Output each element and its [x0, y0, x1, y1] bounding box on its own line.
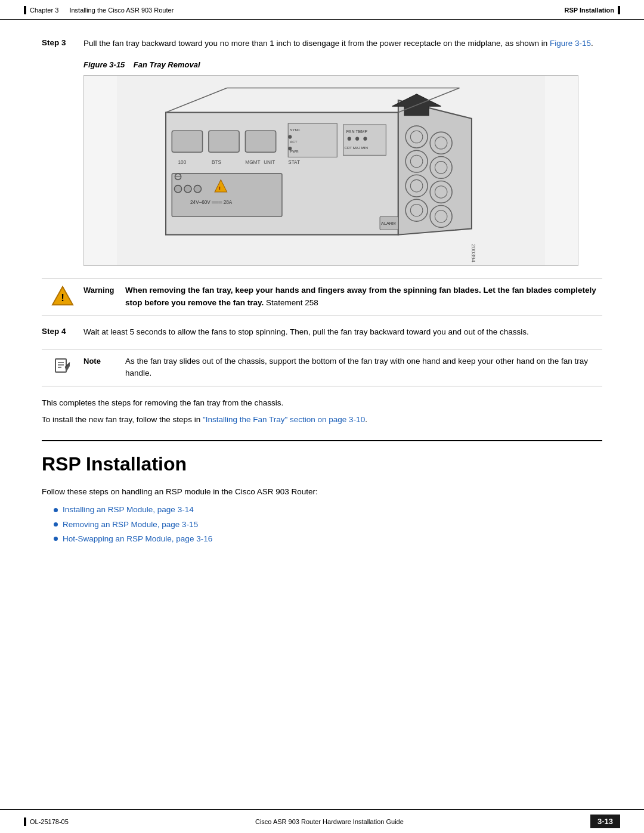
list-item: Hot-Swapping an RSP Module, page 3-16 [54, 532, 602, 546]
svg-rect-40 [172, 174, 282, 216]
footer-center: Cisco ASR 903 Router Hardware Installati… [255, 818, 404, 825]
warning-label: Warning [83, 284, 125, 295]
svg-text:200394: 200394 [470, 244, 476, 262]
note-pencil-icon [53, 355, 72, 374]
warning-plain-text: Statement 258 [264, 298, 318, 307]
bullet-dot-1 [54, 508, 58, 512]
svg-text:MGMT: MGMT [245, 160, 260, 165]
section-divider [42, 440, 602, 441]
step3-block: Step 3 Pull the fan tray backward toward… [42, 38, 602, 49]
svg-text:ACT: ACT [290, 140, 298, 144]
header-right-bar [618, 6, 620, 14]
figure-caption-title: Fan Tray Removal [134, 60, 200, 69]
svg-rect-57 [55, 359, 66, 372]
rsp-intro: Follow these steps on handling an RSP mo… [42, 486, 602, 498]
svg-point-45 [184, 185, 191, 193]
page-header: Chapter 3 Installing the Cisco ASR 903 R… [0, 0, 644, 20]
step3-text-before: Pull the fan tray backward toward you no… [83, 39, 550, 48]
figure-3-15-link[interactable]: Figure 3-15 [550, 39, 591, 48]
svg-text:100: 100 [178, 160, 187, 165]
warning-bold-text: When removing the fan tray, keep your ha… [125, 286, 596, 306]
svg-text:UNIT: UNIT [264, 160, 275, 165]
warning-triangle-icon: ! [51, 284, 74, 307]
step4-text: Wait at least 5 seconds to allow the fan… [83, 326, 602, 338]
svg-point-26 [355, 137, 359, 141]
note-text: As the fan tray slides out of the chassi… [125, 355, 602, 380]
footer-guide-title: Cisco ASR 903 Router Hardware Installati… [255, 818, 404, 825]
header-left: Chapter 3 Installing the Cisco ASR 903 R… [24, 6, 174, 14]
step3-text: Pull the fan tray backward toward you no… [83, 38, 602, 49]
figure-caption: Figure 3-15 Fan Tray Removal [83, 60, 602, 69]
note-icon-col [42, 355, 83, 374]
install-link-para: To install the new fan tray, follow the … [42, 414, 602, 426]
fan-tray-diagram: FAN TEMP CRT MAJ MIN SYNC ACT PWR 100 BT… [84, 76, 578, 265]
header-separator [62, 7, 66, 14]
warning-icon-col: ! [42, 284, 83, 307]
para2-suffix: . [365, 415, 367, 424]
step3-label: Step 3 [42, 38, 83, 49]
footer-page-number: 3-13 [590, 815, 620, 828]
step3-text-after: . [591, 39, 593, 48]
main-content: Step 3 Pull the fan tray backward toward… [0, 20, 644, 564]
figure-image-area: FAN TEMP CRT MAJ MIN SYNC ACT PWR 100 BT… [83, 75, 578, 266]
svg-text:BTS: BTS [212, 160, 221, 165]
step4-block: Step 4 Wait at least 5 seconds to allow … [42, 326, 602, 338]
chapter-label: Chapter 3 [30, 7, 58, 14]
bullet-dot-3 [54, 537, 58, 541]
rsp-installation-heading: RSP Installation [42, 453, 602, 475]
figure-caption-prefix: Figure 3-15 [83, 60, 125, 69]
svg-text:STAT: STAT [288, 160, 300, 165]
footer-left-bar [24, 817, 26, 826]
chapter-title: Installing the Cisco ASR 903 Router [69, 7, 174, 14]
note-block: Note As the fan tray slides out of the c… [42, 349, 602, 386]
footer-left: OL-25178-05 [24, 817, 69, 826]
completion-para: This completes the steps for removing th… [42, 397, 602, 409]
installing-rsp-link[interactable]: Installing an RSP Module, page 3-14 [63, 503, 194, 517]
list-item: Removing an RSP Module, page 3-15 [54, 518, 602, 532]
removing-rsp-link[interactable]: Removing an RSP Module, page 3-15 [63, 518, 198, 532]
header-right: RSP Installation [564, 6, 620, 14]
svg-text:FAN TEMP: FAN TEMP [346, 130, 368, 135]
svg-point-44 [174, 185, 181, 193]
svg-text:24V–60V ═══ 28A: 24V–60V ═══ 28A [190, 200, 233, 206]
header-left-bar [24, 6, 26, 14]
step4-label: Step 4 [42, 326, 83, 338]
svg-rect-22 [245, 131, 275, 153]
warning-block: ! Warning When removing the fan tray, ke… [42, 278, 602, 315]
svg-point-46 [194, 185, 201, 193]
svg-text:PWR: PWR [290, 150, 299, 154]
svg-rect-21 [209, 131, 239, 153]
page-footer: OL-25178-05 Cisco ASR 903 Router Hardwar… [0, 809, 644, 833]
bullet-dot-2 [54, 522, 58, 527]
svg-text:!: ! [219, 186, 221, 191]
svg-text:ALARM: ALARM [381, 222, 396, 227]
svg-text:!: ! [61, 292, 64, 304]
hotswapping-rsp-link[interactable]: Hot-Swapping an RSP Module, page 3-16 [63, 532, 212, 546]
installing-fan-tray-link[interactable]: "Installing the Fan Tray" section on pag… [203, 415, 365, 424]
rsp-bullet-list: Installing an RSP Module, page 3-14 Remo… [54, 503, 602, 546]
list-item: Installing an RSP Module, page 3-14 [54, 503, 602, 517]
para2-prefix: To install the new fan tray, follow the … [42, 415, 203, 424]
footer-doc-id: OL-25178-05 [30, 818, 69, 825]
header-right-label: RSP Installation [564, 7, 614, 14]
svg-point-25 [348, 137, 351, 141]
svg-text:SYNC: SYNC [290, 128, 301, 132]
svg-text:CRT MAJ MIN: CRT MAJ MIN [345, 145, 368, 150]
note-label: Note [83, 355, 125, 366]
svg-rect-20 [172, 131, 202, 153]
warning-text: When removing the fan tray, keep your ha… [125, 284, 602, 309]
svg-point-31 [288, 135, 292, 139]
svg-point-27 [363, 137, 367, 141]
